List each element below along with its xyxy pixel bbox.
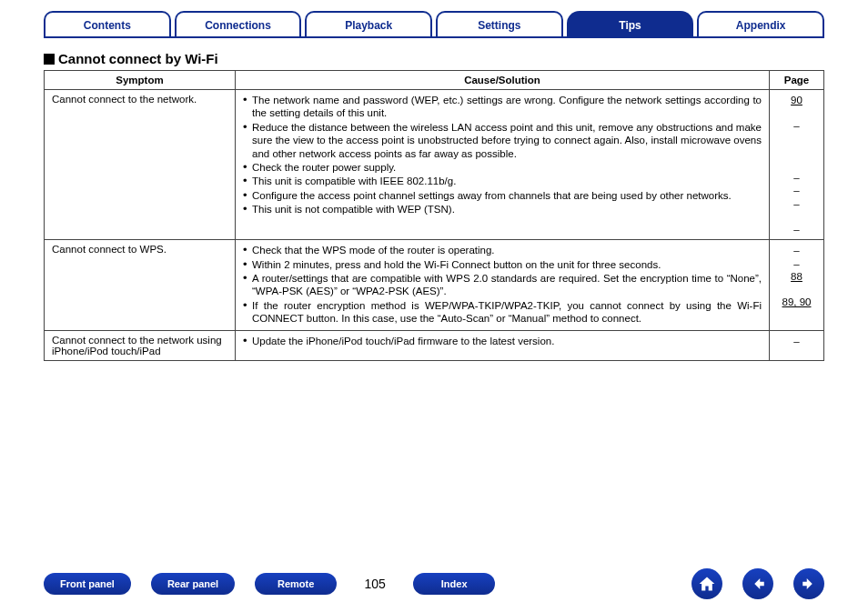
page-ref: – [793,119,799,132]
cause-item: Reduce the distance between the wireless… [243,121,762,160]
cause-cell: Update the iPhone/iPod touch/iPad firmwa… [236,330,770,360]
page-ref[interactable]: 90 [791,94,802,106]
page-ref: – [793,257,799,270]
cause-cell: Check that the WPS mode of the router is… [236,240,770,330]
home-icon [698,575,716,593]
prev-page-button[interactable] [742,568,773,599]
section-title: Cannot connect by Wi-Fi [44,51,824,66]
cause-item: Configure the access point channel setti… [243,189,762,202]
main-content: Cannot connect by Wi-Fi Symptom Cause/So… [0,38,868,612]
top-tabs: Contents Connections Playback Settings T… [0,0,868,38]
cause-item: This unit is not compatible with WEP (TS… [243,203,762,216]
page-number: 105 [357,577,393,591]
rear-panel-button[interactable]: Rear panel [151,573,235,595]
cause-item: A router/settings that are compatible wi… [243,272,762,298]
index-button[interactable]: Index [413,573,495,595]
page-ref: – [793,244,799,256]
page-cell: – – 88 89, 90 [770,240,824,330]
th-cause: Cause/Solution [236,71,770,90]
th-page: Page [770,71,824,90]
square-bullet-icon [44,54,55,65]
next-page-button[interactable] [793,568,824,599]
tab-connections[interactable]: Connections [175,11,302,38]
cause-item: Check that the WPS mode of the router is… [243,244,762,256]
page-ref[interactable]: 88 [791,270,802,283]
page-ref: – [793,335,799,347]
cause-item: This unit is compatible with IEEE 802.11… [243,175,762,187]
table-row: Cannot connect to the network using iPho… [45,330,824,360]
footer-nav: Front panel Rear panel Remote 105 Index [0,568,868,599]
th-symptom: Symptom [45,71,236,90]
cause-item: Within 2 minutes, press and hold the Wi-… [243,258,762,271]
symptom-cell: Cannot connect to WPS. [45,240,236,330]
page-ref[interactable]: 89, 90 [782,296,812,308]
cause-item: Check the router power supply. [243,161,762,174]
page-ref: – [793,223,799,236]
arrow-left-icon [750,576,766,592]
page-ref: – [793,184,799,196]
page-ref: – [793,197,799,210]
page-cell: – [770,330,824,360]
arrow-right-icon [801,576,817,592]
page-cell: 90 – – – – – [770,90,824,240]
tab-settings[interactable]: Settings [436,11,563,38]
table-row: Cannot connect to the network. The netwo… [45,90,824,240]
troubleshooting-table: Symptom Cause/Solution Page Cannot conne… [44,70,824,361]
cause-cell: The network name and password (WEP, etc.… [236,90,770,240]
tab-appendix[interactable]: Appendix [697,11,824,38]
tab-tips[interactable]: Tips [567,11,694,38]
cause-item: Update the iPhone/iPod touch/iPad firmwa… [243,335,762,347]
front-panel-button[interactable]: Front panel [44,573,131,595]
symptom-cell: Cannot connect to the network using iPho… [45,330,236,360]
symptom-cell: Cannot connect to the network. [45,90,236,240]
page-ref: – [793,171,799,184]
table-row: Cannot connect to WPS. Check that the WP… [45,240,824,330]
tab-contents[interactable]: Contents [44,11,171,38]
cause-item: The network name and password (WEP, etc.… [243,94,762,120]
tabs-underline [44,36,824,38]
cause-item: If the router encryption method is WEP/W… [243,299,762,326]
tab-playback[interactable]: Playback [305,11,432,38]
section-title-text: Cannot connect by Wi-Fi [58,51,218,66]
remote-button[interactable]: Remote [255,573,337,595]
home-button[interactable] [691,568,722,599]
